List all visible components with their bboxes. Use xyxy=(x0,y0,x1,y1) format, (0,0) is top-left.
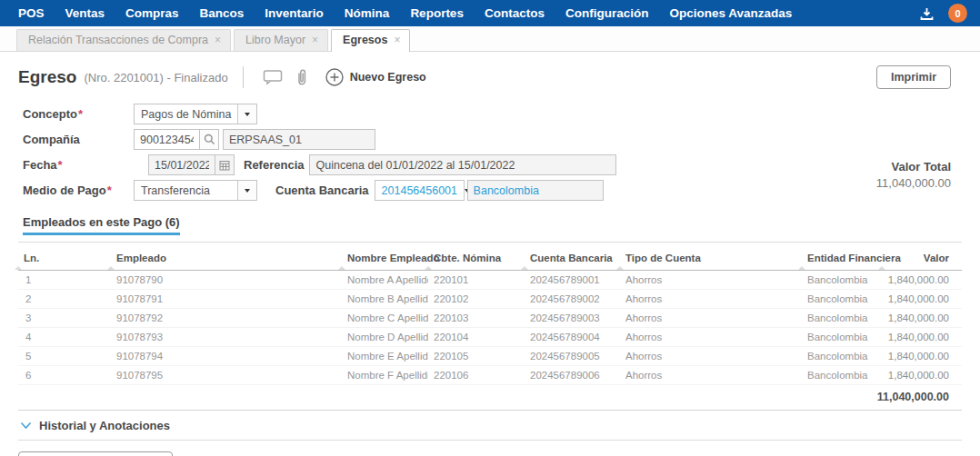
sort-icon xyxy=(15,266,22,270)
table-row[interactable]: 4 91078793 Nombre D Apellidos Empleado D… xyxy=(18,328,962,347)
close-icon[interactable]: × xyxy=(394,34,400,46)
document-tab[interactable]: Egresos × xyxy=(331,29,410,52)
nav-menu-item[interactable]: Inventario xyxy=(265,6,324,20)
calendar-icon[interactable] xyxy=(215,154,235,175)
fecha-input[interactable] xyxy=(148,154,215,175)
compania-code-input[interactable] xyxy=(134,129,200,150)
referencia-label: Referencia xyxy=(244,158,304,172)
sort-icon xyxy=(425,266,432,270)
medio-pago-value: Transferencia xyxy=(135,184,237,197)
medio-pago-select[interactable]: Transferencia xyxy=(134,180,257,201)
table-row[interactable]: 6 91078795 Nombre F Apellidos Empleado D… xyxy=(18,366,962,385)
cuenta-bancaria-label: Cuenta Bancaria xyxy=(275,183,369,197)
nav-menu-item[interactable]: Bancos xyxy=(200,6,245,20)
title-bar: Egreso (Nro. 2201001) - Finalizado Nuevo… xyxy=(18,64,962,91)
cell-nombre: Nombre D Apellidos Empleado De Prueba xyxy=(342,328,428,347)
cell-cuenta-bancaria: 202456789002 xyxy=(525,290,620,309)
valor-total-value: 11,040,000.00 xyxy=(876,176,951,190)
employees-table: Ln. Empleado Nombre Empleado Cbte. Nómin… xyxy=(18,247,962,385)
column-header[interactable]: Ln. xyxy=(18,247,111,271)
sort-icon xyxy=(521,266,528,270)
cell-tipo-cuenta: Ahorros xyxy=(620,309,802,328)
valor-total: Valor Total 11,040,000.00 xyxy=(876,160,951,190)
section-tabs: Empleados en este Pago (6) xyxy=(18,213,962,243)
cell-nombre: Nombre F Apellidos Empleado De Prueba xyxy=(342,366,428,385)
tab-label: Egresos xyxy=(343,34,387,46)
cell-entidad: Bancolombia xyxy=(802,309,882,328)
attachment-icon[interactable] xyxy=(289,68,315,86)
download-icon[interactable] xyxy=(919,6,935,21)
cell-empleado: 91078794 xyxy=(111,347,342,366)
nav-menu-item[interactable]: Reportes xyxy=(410,6,464,20)
nav-menu-item[interactable]: Nómina xyxy=(345,6,390,20)
cell-empleado: 91078793 xyxy=(111,328,342,347)
nav-menu-item[interactable]: Contactos xyxy=(485,6,545,20)
cell-ln: 4 xyxy=(18,328,111,347)
search-icon[interactable] xyxy=(200,129,219,150)
concepto-select[interactable]: Pagos de Nómina xyxy=(134,104,257,124)
page-subtitle: (Nro. 2201001) - Finalizado xyxy=(84,71,227,84)
cell-cuenta-bancaria: 202456789004 xyxy=(525,328,620,347)
cell-ln: 2 xyxy=(18,290,111,309)
cuenta-bancaria-select[interactable]: 201456456001 xyxy=(375,180,465,201)
history-toggle[interactable]: Historial y Anotaciones xyxy=(18,411,962,441)
cell-cuenta-bancaria: 202456789006 xyxy=(525,366,620,385)
banco-field[interactable] xyxy=(467,180,604,201)
cell-cbte-nomina: 220105 xyxy=(428,347,525,366)
tab-empleados[interactable]: Empleados en este Pago (6) xyxy=(23,215,180,235)
chevron-down-icon xyxy=(20,421,32,430)
column-header[interactable]: Empleado xyxy=(111,247,342,271)
column-header[interactable]: Cbte. Nómina xyxy=(428,247,525,271)
nav-menu-item[interactable]: Ventas xyxy=(65,6,105,20)
chevron-down-icon[interactable] xyxy=(237,104,256,124)
add-egreso-icon[interactable]: Nuevo Egreso xyxy=(318,67,433,87)
column-header[interactable]: Valor xyxy=(882,247,962,271)
nav-menu-item[interactable]: Configuración xyxy=(565,6,649,20)
history-label: Historial y Anotaciones xyxy=(39,419,170,432)
sort-icon xyxy=(338,266,345,270)
table-row[interactable]: 2 91078791 Nombre B Apellidos Empleado D… xyxy=(18,290,962,309)
document-tab[interactable]: Relación Transacciones de Compra × xyxy=(16,29,231,51)
top-nav: POS Ventas Compras Bancos Inventario Nóm… xyxy=(0,0,980,26)
print-button[interactable]: Imprimir xyxy=(876,65,951,89)
tab-strip: Relación Transacciones de Compra × Libro… xyxy=(0,26,980,52)
cell-valor: 1,840,000.00 xyxy=(882,328,962,347)
notification-badge[interactable]: 0 xyxy=(948,4,967,23)
column-header[interactable]: Entidad Financiera xyxy=(802,247,882,271)
column-header[interactable]: Cuenta Bancaria xyxy=(525,247,620,271)
required-mark: * xyxy=(78,107,83,121)
column-header[interactable]: Tipo de Cuenta xyxy=(620,247,802,271)
chevron-down-icon[interactable] xyxy=(237,181,256,200)
compania-label: Compañía xyxy=(18,133,134,146)
page-title: Egreso xyxy=(18,67,76,87)
close-icon[interactable]: × xyxy=(215,34,221,46)
cell-empleado: 91078792 xyxy=(111,309,342,328)
column-header[interactable]: Nombre Empleado xyxy=(342,247,428,271)
table-row[interactable]: 3 91078792 Nombre C Apellidos Empleado D… xyxy=(18,309,962,328)
cell-ln: 6 xyxy=(18,366,111,385)
cell-entidad: Bancolombia xyxy=(802,271,882,290)
cell-ln: 3 xyxy=(18,309,111,328)
nav-menu-item[interactable]: POS xyxy=(18,6,45,20)
table-row[interactable]: 1 91078790 Nombre A Apellidos Empleado D… xyxy=(18,271,962,290)
cell-tipo-cuenta: Ahorros xyxy=(620,290,802,309)
sort-icon xyxy=(878,266,885,270)
close-icon[interactable]: × xyxy=(312,34,318,46)
table-row[interactable]: 5 91078794 Nombre E Apellidos Empleado D… xyxy=(18,347,962,366)
compania-name-field[interactable] xyxy=(223,129,375,150)
nav-menu-item[interactable]: Opciones Avanzadas xyxy=(669,6,792,20)
nav-menu-item[interactable]: Compras xyxy=(125,6,179,20)
document-tab[interactable]: Libro Mayor × xyxy=(234,29,328,51)
comment-icon[interactable] xyxy=(256,69,289,85)
cell-valor: 1,840,000.00 xyxy=(882,290,962,309)
referencia-field[interactable] xyxy=(309,154,616,175)
cell-entidad: Bancolombia xyxy=(802,328,882,347)
cell-cbte-nomina: 220103 xyxy=(428,309,525,328)
comprobante-contable-button[interactable]: Comprobante Contable xyxy=(18,451,173,456)
divider xyxy=(243,66,244,88)
cell-entidad: Bancolombia xyxy=(802,366,882,385)
cell-tipo-cuenta: Ahorros xyxy=(620,366,802,385)
cell-entidad: Bancolombia xyxy=(802,347,882,366)
required-mark: * xyxy=(58,158,63,172)
cell-nombre: Nombre A Apellidos Empleado De Prueba xyxy=(342,271,428,290)
